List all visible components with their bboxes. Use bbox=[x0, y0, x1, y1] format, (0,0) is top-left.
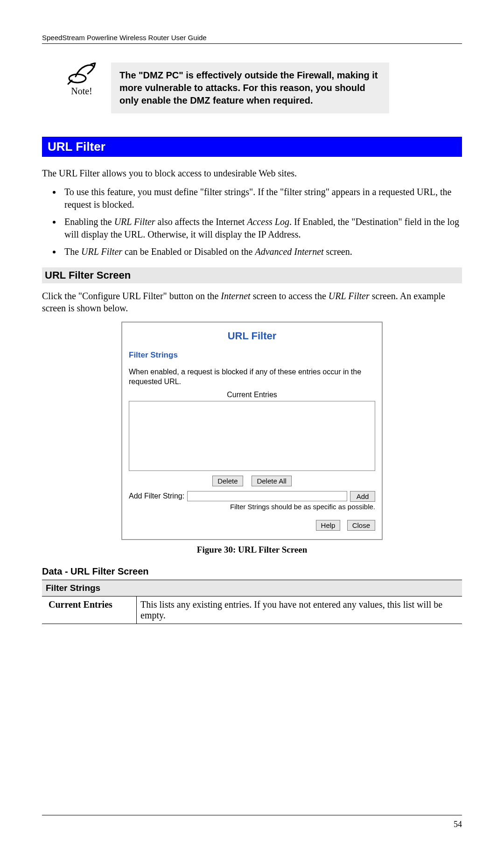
section-bullets: To use this feature, you must define "fi… bbox=[42, 186, 462, 258]
bullet-3: The URL Filter can be Enabled or Disable… bbox=[62, 246, 462, 258]
figure-caption: Figure 30: URL Filter Screen bbox=[42, 545, 462, 555]
bullet-2: Enabling the URL Filter also affects the… bbox=[62, 216, 462, 241]
help-close-row: Help Close bbox=[129, 520, 375, 531]
page-number: 54 bbox=[454, 820, 462, 829]
text: Enabling the bbox=[64, 217, 114, 227]
text: also affects the Internet bbox=[155, 217, 247, 227]
help-button[interactable]: Help bbox=[316, 520, 341, 531]
text: The bbox=[64, 246, 81, 257]
subsection-title: URL Filter Screen bbox=[42, 267, 462, 283]
note-icon: Note! bbox=[65, 63, 98, 97]
add-filter-input[interactable] bbox=[187, 491, 347, 501]
table-section-head: Filter Strings bbox=[42, 580, 462, 596]
subsection-para: Click the "Configure URL Filter" button … bbox=[42, 290, 462, 314]
row-value: This lists any existing entries. If you … bbox=[137, 596, 462, 624]
delete-all-button[interactable]: Delete All bbox=[252, 476, 291, 486]
text: Click the "Configure URL Filter" button … bbox=[42, 291, 221, 301]
row-label: Current Entries bbox=[42, 596, 137, 624]
text-italic: Advanced Internet bbox=[255, 246, 323, 257]
add-filter-row: Add Filter String: Add bbox=[129, 491, 375, 502]
data-heading: Data - URL Filter Screen bbox=[42, 566, 462, 577]
delete-button[interactable]: Delete bbox=[212, 476, 243, 486]
add-button[interactable]: Add bbox=[350, 491, 375, 502]
close-button[interactable]: Close bbox=[347, 520, 375, 531]
note-label: Note! bbox=[65, 86, 98, 97]
url-filter-ui: URL Filter Filter Strings When enabled, … bbox=[121, 322, 383, 540]
section-title-bar: URL Filter bbox=[42, 137, 462, 157]
text-italic: URL Filter bbox=[329, 291, 370, 301]
ui-description: When enabled, a request is blocked if an… bbox=[129, 367, 375, 387]
text-italic: URL Filter bbox=[114, 217, 155, 227]
running-head: SpeedStream Powerline Wireless Router Us… bbox=[42, 34, 462, 44]
text: screen to access the bbox=[251, 291, 329, 301]
table-row: Current Entries This lists any existing … bbox=[42, 596, 462, 624]
text: screen. bbox=[324, 246, 352, 257]
section-intro: The URL Filter allows you to block acces… bbox=[42, 167, 462, 179]
note-block: Note! The "DMZ PC" is effectively outsid… bbox=[65, 63, 462, 113]
text-italic: Access Log bbox=[247, 217, 289, 227]
note-text: The "DMZ PC" is effectively outside the … bbox=[111, 63, 389, 113]
table-section-row: Filter Strings bbox=[42, 580, 462, 596]
text-italic: Internet bbox=[221, 291, 250, 301]
ui-subheading: Filter Strings bbox=[129, 351, 375, 360]
current-entries-listbox[interactable] bbox=[129, 401, 375, 471]
text-italic: URL Filter bbox=[81, 246, 122, 257]
text: can be Enabled or Disabled on the bbox=[122, 246, 255, 257]
ui-title: URL Filter bbox=[129, 330, 375, 342]
data-table: Filter Strings Current Entries This list… bbox=[42, 580, 462, 624]
footer-rule bbox=[42, 815, 462, 815]
filter-hint: Filter Strings should be as specific as … bbox=[129, 503, 375, 511]
delete-buttons-row: Delete Delete All bbox=[129, 476, 375, 486]
add-filter-label: Add Filter String: bbox=[129, 492, 184, 500]
bullet-1: To use this feature, you must define "fi… bbox=[62, 186, 462, 211]
current-entries-label: Current Entries bbox=[129, 391, 375, 399]
page: SpeedStream Powerline Wireless Router Us… bbox=[0, 0, 504, 849]
